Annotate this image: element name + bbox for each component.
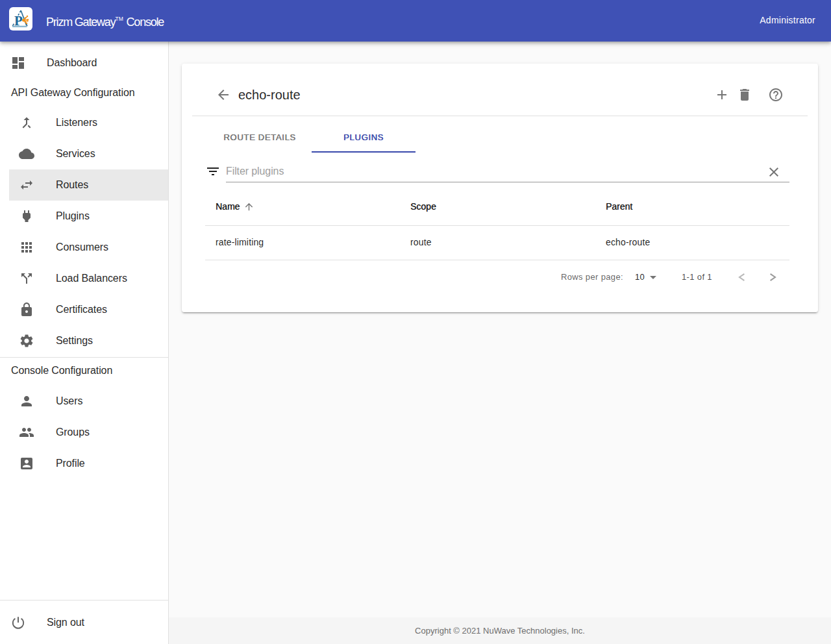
svg-text:P: P — [14, 13, 23, 29]
